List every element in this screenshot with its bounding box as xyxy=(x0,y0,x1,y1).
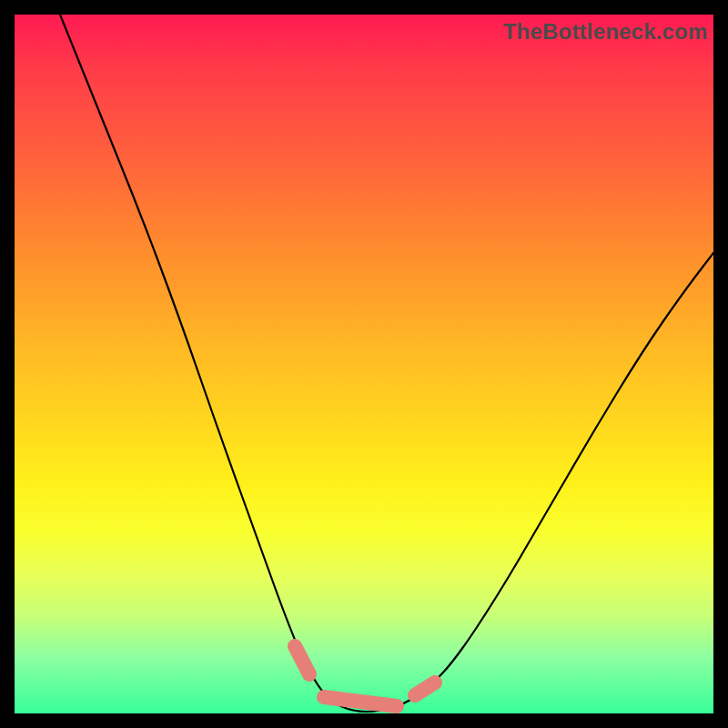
chart-frame: TheBottleneck.com xyxy=(0,0,728,728)
highlight-segment xyxy=(415,682,435,695)
bottleneck-curve xyxy=(60,15,713,712)
highlight-group xyxy=(295,646,435,706)
highlight-segment xyxy=(295,646,309,674)
plot-area: TheBottleneck.com xyxy=(15,15,713,713)
highlight-segment xyxy=(324,697,397,706)
chart-svg xyxy=(15,15,713,713)
